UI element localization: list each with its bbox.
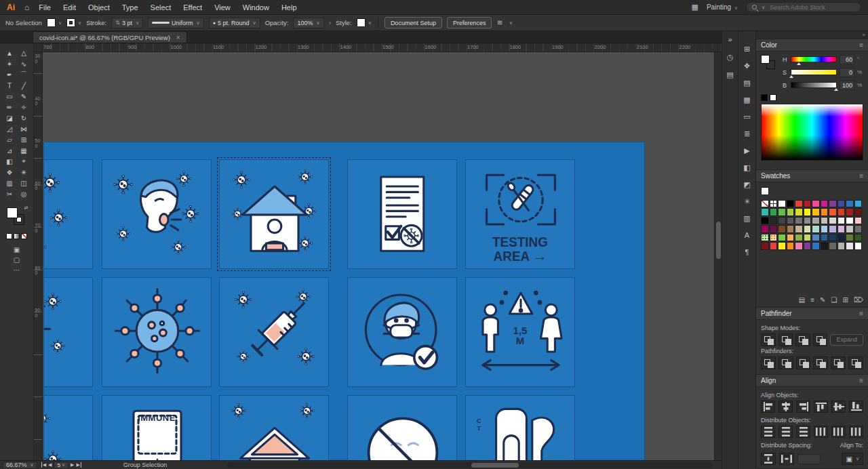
transparency-panel-icon[interactable]: ◩ bbox=[741, 179, 753, 190]
swatch[interactable] bbox=[846, 225, 854, 233]
swatch[interactable] bbox=[846, 217, 854, 225]
close-tab-icon[interactable]: × bbox=[176, 34, 180, 41]
swatch[interactable] bbox=[821, 200, 829, 208]
swatch[interactable] bbox=[778, 208, 786, 216]
align-to-dropdown[interactable]: ▣∨ bbox=[842, 453, 863, 465]
swatch[interactable] bbox=[854, 217, 863, 225]
stroke-color-swatch[interactable]: ∨ bbox=[66, 18, 81, 27]
icon-tile-sneezing-man[interactable] bbox=[102, 159, 212, 269]
type-tool[interactable]: T bbox=[3, 80, 17, 91]
merge-button[interactable] bbox=[796, 356, 811, 369]
eyedropper-tool[interactable]: ⌖ bbox=[17, 156, 31, 167]
swatch[interactable] bbox=[804, 242, 812, 250]
shape-builder-tool[interactable]: ⊞ bbox=[17, 134, 31, 145]
style-dropdown[interactable]: ∨ bbox=[357, 18, 372, 27]
pencil-tool[interactable]: ✏ bbox=[3, 102, 17, 113]
swatch-libraries-icon[interactable]: ▤ bbox=[799, 296, 805, 304]
cc-libraries-icon[interactable]: ▤ bbox=[724, 69, 736, 80]
hue-slider[interactable] bbox=[791, 56, 837, 62]
artboard-tool[interactable]: ◫ bbox=[17, 178, 31, 188]
perspective-grid-tool[interactable]: ⊿ bbox=[3, 145, 17, 156]
swatch[interactable] bbox=[795, 200, 803, 208]
color-button[interactable] bbox=[6, 233, 12, 239]
edit-toolbar-icon[interactable]: ⋯ bbox=[14, 266, 20, 274]
icon-tile-virus-cell[interactable] bbox=[102, 277, 212, 387]
swatch[interactable] bbox=[812, 234, 820, 242]
libraries-panel-icon[interactable]: ▤ bbox=[741, 77, 753, 88]
swatch[interactable] bbox=[778, 217, 786, 225]
gradient-tool[interactable]: ◧ bbox=[3, 156, 17, 167]
menu-item[interactable]: Object bbox=[88, 3, 110, 12]
swatch[interactable] bbox=[837, 200, 846, 208]
gradient-button[interactable] bbox=[14, 233, 20, 239]
brightness-slider[interactable] bbox=[791, 82, 837, 88]
swatch[interactable] bbox=[854, 200, 863, 208]
exclude-button[interactable] bbox=[813, 333, 828, 346]
icon-tile-partial-bottom-left[interactable] bbox=[44, 395, 93, 460]
swatch[interactable] bbox=[761, 208, 769, 216]
intersect-button[interactable] bbox=[795, 333, 810, 346]
swatch[interactable] bbox=[795, 217, 803, 225]
swatch[interactable] bbox=[804, 208, 812, 216]
icon-tile-prohibition-face[interactable] bbox=[347, 395, 457, 460]
color-panel-icon[interactable]: ⊞ bbox=[741, 43, 753, 54]
distribute-hcenter-button[interactable] bbox=[831, 426, 846, 438]
artboards-panel-icon[interactable]: ▭ bbox=[741, 111, 753, 122]
search-input[interactable] bbox=[768, 3, 850, 12]
swatch[interactable] bbox=[804, 225, 812, 233]
swatch[interactable] bbox=[821, 242, 829, 250]
line-segment-tool[interactable]: ╱ bbox=[17, 80, 31, 91]
screen-mode-icon[interactable]: ▢ bbox=[14, 256, 20, 264]
swatch-options-icon[interactable]: ✎ bbox=[820, 296, 825, 304]
scale-tool[interactable]: ◿ bbox=[3, 123, 17, 134]
next-artboard-button[interactable]: ▶ bbox=[71, 462, 74, 468]
swatch[interactable] bbox=[846, 208, 854, 216]
saturation-value[interactable]: 0 bbox=[840, 68, 854, 77]
brightness-value[interactable]: 100 bbox=[840, 81, 854, 90]
align-glyphs-icon[interactable]: ≋ bbox=[496, 18, 502, 27]
swatch[interactable] bbox=[812, 217, 820, 225]
last-artboard-button[interactable]: ▶ bbox=[76, 462, 81, 468]
swatch[interactable] bbox=[770, 208, 778, 216]
swatch[interactable] bbox=[795, 208, 803, 216]
swatch[interactable] bbox=[846, 242, 854, 250]
vertical-spacing-button[interactable] bbox=[761, 453, 776, 465]
artboard-number-dropdown[interactable]: 5∨ bbox=[54, 462, 68, 469]
swatch[interactable] bbox=[837, 208, 846, 216]
selection-tool[interactable]: ▲ bbox=[3, 47, 17, 58]
swatch[interactable] bbox=[846, 234, 854, 242]
menu-item[interactable]: Select bbox=[151, 3, 172, 12]
align-vcenter-button[interactable] bbox=[831, 401, 846, 413]
outline-button[interactable] bbox=[831, 356, 846, 369]
swatch[interactable] bbox=[821, 208, 829, 216]
swatch[interactable] bbox=[778, 200, 786, 208]
black-swatch[interactable] bbox=[761, 94, 768, 101]
minus-back-button[interactable] bbox=[848, 356, 863, 369]
horizontal-scrollbar-thumb[interactable] bbox=[471, 463, 519, 468]
distribute-bottom-button[interactable] bbox=[796, 426, 810, 438]
color-guide-icon[interactable]: ❖ bbox=[741, 60, 753, 71]
swatch[interactable] bbox=[787, 200, 795, 208]
collapse-dock-icon[interactable]: » bbox=[724, 34, 736, 45]
icon-tile-vaccine-syringe[interactable] bbox=[219, 277, 329, 387]
draw-mode-icon[interactable]: ▣ bbox=[14, 246, 20, 253]
paintbrush-tool[interactable]: ✎ bbox=[17, 91, 31, 102]
symbol-sprayer-tool[interactable]: ✳ bbox=[17, 167, 31, 178]
actions-panel-icon[interactable]: ▶ bbox=[741, 145, 753, 156]
saturation-slider[interactable] bbox=[791, 69, 837, 75]
divide-button[interactable] bbox=[761, 356, 776, 369]
align-hcenter-button[interactable] bbox=[778, 401, 793, 413]
fill-stroke-mini[interactable] bbox=[761, 55, 777, 71]
swatch[interactable] bbox=[761, 217, 769, 225]
direct-selection-tool[interactable]: △ bbox=[17, 47, 31, 58]
brush-definition-dropdown[interactable]: ●5 pt. Round∨ bbox=[209, 18, 260, 28]
stroke-weight-input[interactable]: ⇅3 pt∨ bbox=[111, 18, 143, 28]
swatch-kinds-icon[interactable]: ≡ bbox=[810, 296, 814, 304]
menu-item[interactable]: Window bbox=[243, 3, 269, 12]
stock-search[interactable]: ∨ bbox=[746, 2, 861, 12]
swatches-panel-menu-icon[interactable]: ≡ bbox=[859, 172, 863, 180]
zoom-level-dropdown[interactable]: 66.67%∨ bbox=[3, 462, 37, 469]
shaper-tool[interactable]: ✧ bbox=[17, 102, 31, 113]
pen-tool[interactable]: ✒ bbox=[3, 69, 17, 80]
eraser-tool[interactable]: ◪ bbox=[3, 113, 17, 123]
